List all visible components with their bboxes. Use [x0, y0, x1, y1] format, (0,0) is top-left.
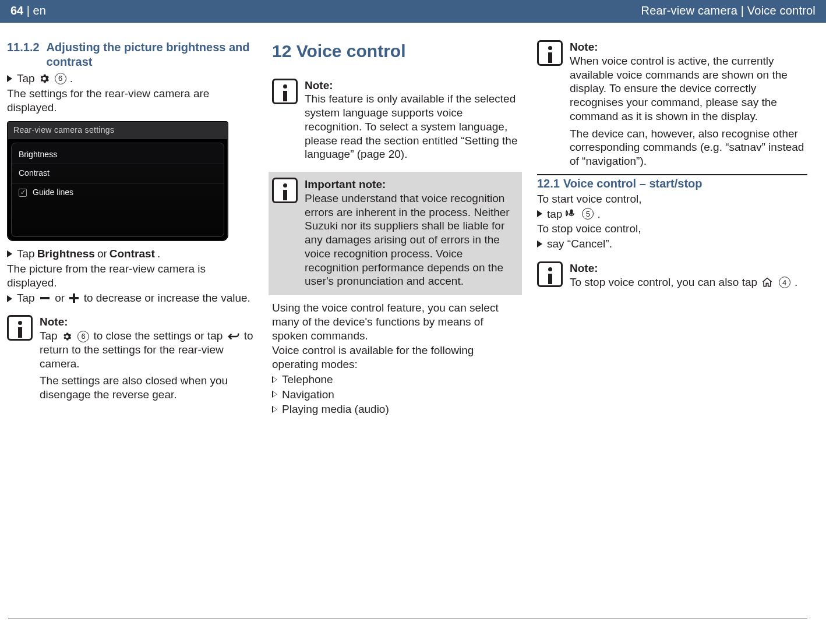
paragraph: To start voice control, — [537, 192, 807, 206]
page-header: 64 | en Rear-view camera | Voice control — [0, 0, 826, 23]
info-icon — [537, 261, 563, 287]
list-item: Playing media (audio) — [272, 402, 518, 416]
triangle-icon — [537, 240, 542, 247]
note-body: This feature is only available if the se… — [305, 92, 518, 161]
svg-rect-2 — [69, 297, 79, 299]
screenshot-row-brightness: Brightness — [12, 146, 224, 165]
step-tap-minus-plus: Tap or to decrease or increase the value… — [7, 291, 253, 305]
screenshot-row-guidelines: ✓ Guide lines — [12, 183, 224, 202]
screenshot-title: Rear-view camera settings — [8, 122, 228, 139]
column-3: Note: When voice control is active, the … — [537, 40, 807, 416]
paragraph: The picture from the rear-view camera is… — [7, 262, 253, 290]
note-body: When voice control is active, the curren… — [570, 54, 807, 123]
list-item: Navigation — [272, 388, 518, 402]
header-left: 64 | en — [10, 3, 46, 18]
note-body: Please understand that voice recognition… — [305, 192, 518, 288]
heading-12: 12 Voice control — [272, 40, 518, 62]
note-box: Note: To stop voice control, you can als… — [537, 261, 807, 289]
note-title: Important note: — [305, 178, 518, 192]
info-icon — [272, 79, 298, 104]
plus-icon — [69, 293, 79, 303]
checkbox-icon: ✓ — [19, 189, 27, 197]
note-body: Tap 6 to close the settings or tap to re… — [40, 329, 253, 370]
note-title: Note: — [570, 40, 807, 54]
hollow-triangle-icon — [272, 391, 277, 398]
circled-5-icon: 5 — [582, 208, 594, 220]
circled-6-icon: 6 — [77, 331, 89, 342]
triangle-icon — [537, 210, 542, 217]
page-body: 11.1.2 Adjusting the picture brightness … — [0, 23, 826, 416]
circled-6-icon: 6 — [55, 73, 66, 84]
list-item: Telephone — [272, 373, 518, 387]
note-body: To stop voice control, you can also tap … — [570, 275, 807, 289]
home-icon — [761, 277, 773, 288]
paragraph: Using the voice control feature, you can… — [272, 301, 518, 342]
note-title: Note: — [305, 79, 518, 93]
note-body-2: The device can, however, also recognise … — [570, 127, 807, 168]
triangle-icon — [7, 75, 12, 82]
info-icon — [272, 178, 298, 203]
triangle-icon — [7, 250, 12, 257]
modes-list: Telephone Navigation Playing media (audi… — [272, 373, 518, 416]
info-icon — [537, 40, 563, 66]
column-1: 11.1.2 Adjusting the picture brightness … — [7, 40, 253, 416]
important-note-box: Important note: Please understand that v… — [269, 172, 522, 295]
step-say-cancel: say “Cancel”. — [537, 237, 807, 251]
header-lang: en — [33, 4, 46, 17]
hollow-triangle-icon — [272, 406, 277, 413]
svg-rect-0 — [40, 297, 50, 299]
minus-icon — [39, 295, 51, 302]
note-body-2: The settings are also closed when you di… — [40, 374, 253, 402]
paragraph: To stop voice control, — [537, 222, 807, 236]
note-box: Note: Tap 6 to close the settings or tap… — [7, 315, 253, 402]
step-tap-voice-5: tap 5 . — [537, 207, 807, 221]
voice-icon — [566, 208, 577, 220]
screenshot-panel: Brightness Contrast ✓ Guide lines — [11, 143, 224, 238]
gear-icon — [62, 331, 72, 342]
settings-screenshot: Rear-view camera settings Brightness Con… — [7, 121, 228, 241]
screenshot-row-contrast: Contrast — [12, 164, 224, 183]
gear-icon — [38, 73, 50, 84]
info-icon — [7, 315, 33, 341]
triangle-icon — [7, 295, 12, 302]
note-box: Note: When voice control is active, the … — [537, 40, 807, 168]
footer-rule — [8, 618, 807, 618]
note-title: Note: — [40, 315, 253, 329]
heading-11-1-2: 11.1.2 Adjusting the picture brightness … — [7, 40, 253, 69]
column-2: 12 Voice control Note: This feature is o… — [272, 40, 518, 416]
paragraph: The settings for the rear-view camera ar… — [7, 87, 253, 115]
step-tap-brightness-contrast: Tap Brightness or Contrast . — [7, 247, 253, 261]
back-arrow-icon — [227, 332, 240, 341]
note-title: Note: — [570, 261, 807, 275]
note-box: Note: This feature is only available if … — [272, 79, 518, 162]
circled-4-icon: 4 — [779, 277, 790, 288]
page-number: 64 — [10, 4, 23, 17]
paragraph: Voice control is available for the follo… — [272, 344, 518, 371]
step-tap-gear-6: Tap 6 . — [7, 72, 253, 86]
header-right: Rear-view camera | Voice control — [641, 3, 816, 18]
hollow-triangle-icon — [272, 376, 277, 383]
heading-12-1: 12.1Voice control – start/stop — [537, 174, 807, 191]
